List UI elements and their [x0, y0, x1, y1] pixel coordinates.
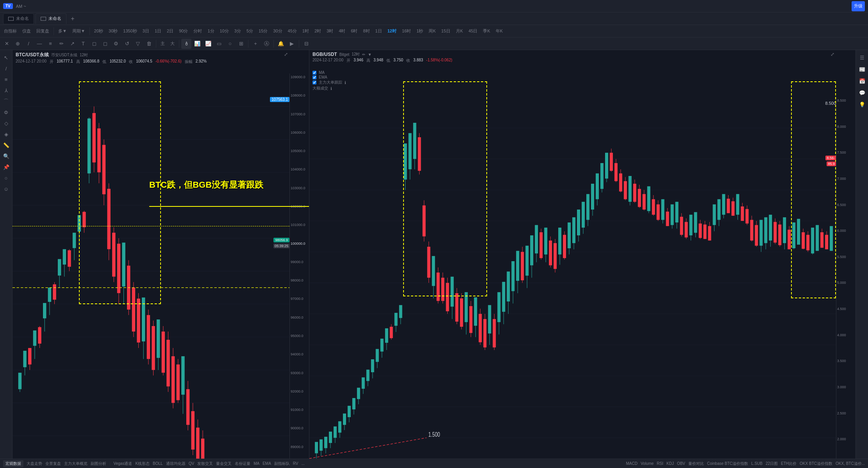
- toolbar-30m[interactable]: 30分: [271, 26, 284, 36]
- toolbar-year[interactable]: 年K: [493, 26, 505, 36]
- bottom-tab-fuzhi[interactable]: 副指标队: [274, 461, 290, 466]
- bottom-tab-5[interactable]: 副图分析: [91, 461, 106, 466]
- toolbar-mintimes[interactable]: 分时: [191, 26, 204, 36]
- draw-play[interactable]: ▶: [287, 39, 297, 49]
- toolbar-1s[interactable]: 1秒: [414, 26, 425, 36]
- tab-1[interactable]: 未命名: [3, 13, 34, 24]
- bottom-right-lsub[interactable]: L.SUB: [751, 461, 763, 466]
- draw-candle[interactable]: 🕯: [181, 39, 191, 49]
- draw-bar[interactable]: 📊: [192, 39, 202, 49]
- sidebar-emoji[interactable]: ☺: [1, 184, 11, 194]
- bottom-tab-more[interactable]: ...: [302, 461, 305, 466]
- bottom-tab-ma[interactable]: MA: [254, 461, 259, 466]
- bgb-mainforce-checkbox[interactable]: [313, 81, 316, 84]
- bottom-tab-2[interactable]: 大盘走势: [27, 461, 42, 466]
- tab-2[interactable]: 未命名: [36, 13, 66, 24]
- sidebar-pattern[interactable]: ◇: [1, 118, 11, 128]
- toolbar-4h[interactable]: 4时: [336, 26, 348, 36]
- draw-alert[interactable]: 🔔: [276, 39, 286, 49]
- bottom-tab-liangji[interactable]: 量金交叉: [216, 461, 232, 466]
- draw-large[interactable]: 大: [168, 39, 177, 49]
- sidebar-shape[interactable]: ○: [1, 173, 11, 183]
- draw-rect[interactable]: ◻: [89, 39, 99, 49]
- toolbar-45m[interactable]: 45分: [286, 26, 299, 36]
- toolbar-dashboard[interactable]: 仪盘: [20, 26, 33, 36]
- draw-filter[interactable]: ▽: [133, 39, 143, 49]
- add-tab-btn[interactable]: +: [68, 14, 77, 23]
- bottom-right-eth[interactable]: ETH比价: [781, 461, 797, 466]
- right-news-icon[interactable]: 📰: [857, 64, 867, 74]
- toolbar-3d[interactable]: 3日: [140, 26, 152, 36]
- toolbar-period[interactable]: 周期▼: [70, 26, 88, 36]
- draw-crosshair[interactable]: ⊕: [13, 39, 23, 49]
- toolbar-20s[interactable]: 20秒: [92, 26, 105, 36]
- toolbar-2h[interactable]: 2时: [312, 26, 323, 36]
- toolbar-15d[interactable]: 15日: [439, 26, 453, 36]
- bottom-tab-mingfen[interactable]: 名份证量: [235, 461, 250, 466]
- bottom-right-rsi[interactable]: RSI: [657, 461, 663, 466]
- draw-text[interactable]: T: [78, 39, 88, 49]
- btc-expand-icon[interactable]: ⤢: [284, 52, 288, 57]
- bgb-ma-checkbox[interactable]: [313, 71, 316, 75]
- toolbar-8h[interactable]: 8时: [361, 26, 372, 36]
- toolbar-indicators[interactable]: 自指标: [2, 26, 19, 36]
- toolbar-month[interactable]: 月K: [454, 26, 465, 36]
- bottom-right-liangbi[interactable]: 量价对比: [688, 461, 704, 466]
- sidebar-note[interactable]: 📌: [1, 162, 11, 172]
- toolbar-replay[interactable]: 回复盘: [34, 26, 52, 36]
- right-watchlist-icon[interactable]: ☰: [857, 52, 867, 63]
- sidebar-cursor[interactable]: ↖: [1, 52, 11, 63]
- right-calendar-icon[interactable]: 📅: [857, 76, 867, 86]
- bottom-right-okx[interactable]: OKX BTC溢价指数: [800, 461, 832, 466]
- toolbar-week[interactable]: 周K: [426, 26, 438, 36]
- draw-area[interactable]: ▭: [214, 39, 224, 49]
- toolbar-quarter[interactable]: 季K: [480, 26, 492, 36]
- bottom-right-macd[interactable]: MACD: [626, 461, 638, 466]
- bottom-right-22d[interactable]: 22日图: [766, 461, 778, 466]
- draw-hline[interactable]: —: [34, 39, 45, 49]
- toolbar-1350s[interactable]: 1350秒: [121, 26, 139, 36]
- bgb-expand-icon[interactable]: ⤢: [830, 52, 834, 57]
- tv-logo[interactable]: TV: [3, 3, 13, 9]
- draw-abc[interactable]: Ⓐ: [261, 39, 271, 49]
- toolbar-1h[interactable]: 1时: [300, 26, 311, 36]
- toolbar-3m[interactable]: 3分: [232, 26, 243, 36]
- bottom-right-kdj[interactable]: KDJ: [666, 461, 674, 466]
- draw-arrow[interactable]: ↗: [67, 39, 77, 49]
- bgb-mainforce-info[interactable]: ℹ: [345, 81, 346, 85]
- bottom-tab-boll[interactable]: BOLL: [153, 461, 163, 466]
- draw-compare[interactable]: +: [250, 39, 261, 49]
- draw-trash[interactable]: 🗑: [144, 39, 154, 49]
- sidebar-fib[interactable]: Φ: [1, 107, 11, 117]
- toolbar-1m[interactable]: 1分: [205, 26, 216, 36]
- draw-refresh[interactable]: ↺: [122, 39, 132, 49]
- toolbar-1d[interactable]: 1日: [152, 26, 164, 36]
- bottom-tab-kline[interactable]: K线形态: [135, 461, 150, 466]
- draw-line[interactable]: /: [23, 39, 34, 49]
- toolbar-12h[interactable]: 12时: [385, 26, 399, 36]
- sidebar-zoom[interactable]: 🔍: [1, 151, 11, 161]
- bottom-tab-qv[interactable]: QV: [189, 461, 194, 466]
- bottom-tab-vegas[interactable]: Vegas通道: [114, 461, 132, 466]
- bottom-right-volume[interactable]: Volume: [641, 461, 654, 466]
- draw-measure[interactable]: ◻: [100, 39, 110, 49]
- draw-pencil[interactable]: ✏: [56, 39, 66, 49]
- toolbar-5m[interactable]: 5分: [244, 26, 255, 36]
- bottom-tab-huajun[interactable]: 通琼均化器: [166, 461, 186, 466]
- right-ideas-icon[interactable]: 💡: [857, 99, 867, 109]
- sidebar-predict[interactable]: ◈: [1, 129, 11, 139]
- sidebar-channel[interactable]: ≡: [1, 74, 11, 84]
- bottom-right-coinbase[interactable]: Coinbase BTC溢价指数: [707, 461, 748, 466]
- bottom-tab-rv[interactable]: RV: [293, 461, 298, 466]
- sidebar-gann[interactable]: ⌒: [1, 96, 11, 106]
- toolbar-6h[interactable]: 6时: [348, 26, 360, 36]
- bgb-bigdeal-info[interactable]: ℹ: [330, 86, 332, 91]
- draw-settings[interactable]: ⚙: [111, 39, 121, 49]
- toolbar-multi[interactable]: 多▼: [56, 26, 69, 36]
- bgb-edit-icon[interactable]: ✏: [362, 52, 365, 57]
- toolbar-15m[interactable]: 15分: [256, 26, 270, 36]
- right-chat-icon[interactable]: 💬: [857, 88, 867, 98]
- draw-line2[interactable]: 📈: [203, 39, 213, 49]
- toolbar-16h[interactable]: 16时: [400, 26, 413, 36]
- bgb-dropdown-icon[interactable]: ▼: [368, 52, 371, 57]
